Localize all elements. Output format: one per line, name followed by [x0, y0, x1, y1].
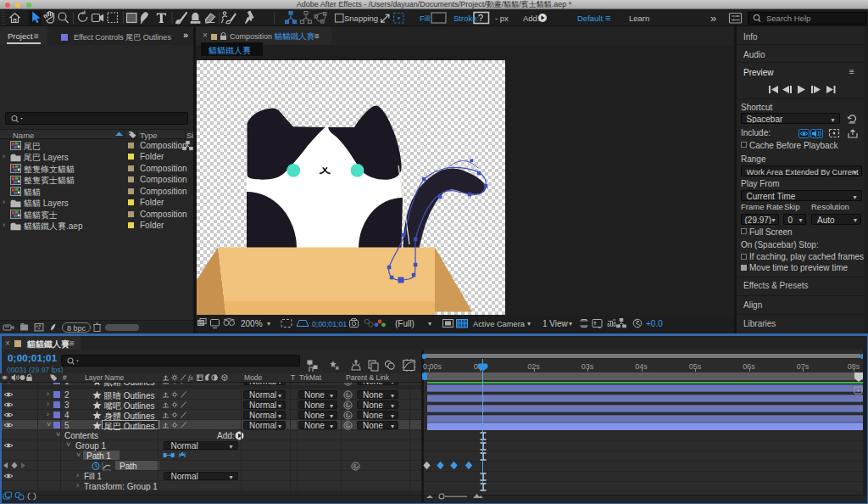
svg-text:Learn: Learn: [629, 14, 649, 23]
svg-text:Layer Name: Layer Name: [85, 373, 125, 382]
svg-text:»: »: [710, 12, 716, 25]
svg-text:▾: ▾: [428, 320, 431, 328]
svg-text:Mode: Mode: [244, 373, 263, 382]
svg-text:#: #: [63, 373, 67, 382]
svg-text:?: ?: [478, 13, 483, 23]
svg-text:+0.0: +0.0: [646, 319, 663, 328]
svg-text:Parent & Link: Parent & Link: [346, 373, 390, 382]
svg-text:1 View: 1 View: [542, 319, 569, 328]
svg-text:(Full): (Full): [395, 319, 415, 328]
svg-text:Search Help: Search Help: [766, 14, 810, 23]
svg-text:Snapping: Snapping: [344, 14, 378, 23]
svg-text:Default: Default: [577, 14, 603, 23]
svg-text:8 bpc: 8 bpc: [67, 324, 86, 333]
svg-text:Stroke:: Stroke:: [453, 14, 479, 23]
svg-text:Fill:: Fill:: [420, 14, 432, 23]
svg-text:Active Camera: Active Camera: [473, 320, 526, 328]
svg-text:T: T: [291, 373, 295, 382]
svg-text:▾: ▾: [527, 320, 531, 328]
svg-text:fx: fx: [188, 374, 193, 382]
svg-text:TrkMat: TrkMat: [299, 373, 322, 382]
svg-text:- px: - px: [495, 14, 509, 23]
svg-text:≡: ≡: [605, 13, 610, 23]
svg-text:▾: ▾: [267, 320, 270, 328]
svg-text:0;00;01;01: 0;00;01;01: [312, 320, 347, 328]
svg-text:200%: 200%: [241, 319, 263, 328]
svg-text:▾: ▾: [569, 320, 572, 328]
svg-text:Add:: Add:: [523, 14, 540, 23]
